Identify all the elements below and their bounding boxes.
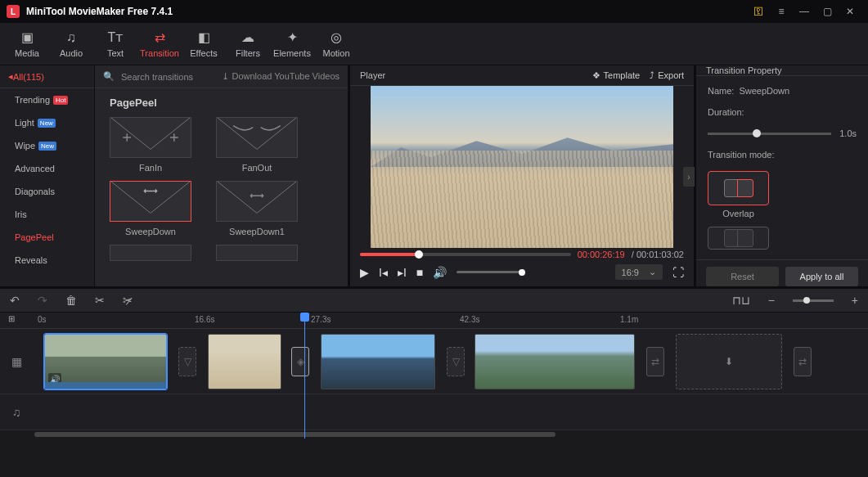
transition-sweepdown[interactable] xyxy=(110,181,191,222)
category-sidebar: ◂ All(115) TrendingHot LightNew WipeNew … xyxy=(0,65,95,286)
app-title: MiniTool MovieMaker Free 7.4.1 xyxy=(26,6,173,17)
video-track-icon[interactable]: ▦ xyxy=(0,355,33,368)
cat-diagonals[interactable]: Diagonals xyxy=(0,180,94,203)
clip-3[interactable] xyxy=(321,334,435,389)
timeline: ⊞ 0s 16.6s 27.3s 42.3s 1.1m ▦ 🔊 ▽ ◈ ▽ xyxy=(0,313,868,439)
category-all[interactable]: ◂ All(115) xyxy=(0,65,94,88)
timeline-scrollbar[interactable] xyxy=(0,430,868,439)
template-icon: ❖ xyxy=(592,70,600,81)
nav-text[interactable]: TᴛText xyxy=(93,25,137,64)
mode-other[interactable] xyxy=(708,227,769,250)
text-icon: Tᴛ xyxy=(108,29,124,45)
nav-elements[interactable]: ✦Elements xyxy=(270,25,314,64)
transition-slot-3[interactable]: ▽ xyxy=(447,347,465,376)
hot-badge: Hot xyxy=(53,96,68,105)
transition-slot-1[interactable]: ▽ xyxy=(178,347,196,376)
duration-slider[interactable] xyxy=(708,133,831,135)
nav-effects[interactable]: ◧Effects xyxy=(182,25,226,64)
next-button[interactable]: ▸I xyxy=(398,266,407,279)
reset-button[interactable]: Reset xyxy=(706,267,779,286)
key-icon[interactable]: ⚿ xyxy=(747,0,770,23)
cat-reveals[interactable]: Reveals xyxy=(0,249,94,272)
nav-media[interactable]: ▣Media xyxy=(5,25,49,64)
aspect-ratio-select[interactable]: 16:9⌄ xyxy=(615,264,663,280)
export-button[interactable]: ⤴Export xyxy=(650,70,684,80)
progress-slider[interactable] xyxy=(360,253,571,256)
expand-right-icon[interactable]: › xyxy=(683,167,695,187)
elements-icon: ✦ xyxy=(287,29,298,45)
mode-overlap[interactable] xyxy=(708,171,769,205)
video-frame[interactable] xyxy=(371,86,673,248)
transition-slot-5[interactable]: ⇄ xyxy=(794,347,812,376)
download-link[interactable]: ⤓ Download YouTube Videos xyxy=(222,71,340,82)
cat-pagepeel[interactable]: PagePeel xyxy=(0,226,94,249)
nav-transition[interactable]: ⇄Transition xyxy=(137,25,182,64)
cat-iris[interactable]: Iris xyxy=(0,203,94,226)
cat-trending[interactable]: TrendingHot xyxy=(0,88,94,111)
play-button[interactable]: ▶ xyxy=(360,266,369,279)
delete-button[interactable]: 🗑 xyxy=(65,294,77,307)
volume-slider[interactable] xyxy=(456,271,522,273)
filters-icon: ☁ xyxy=(241,29,254,45)
cat-advanced[interactable]: Advanced xyxy=(0,157,94,180)
transition-extra2[interactable] xyxy=(216,245,298,261)
transition-fanin[interactable] xyxy=(110,117,191,158)
apply-all-button[interactable]: Apply to all xyxy=(785,267,858,286)
playhead[interactable] xyxy=(304,313,305,439)
stop-button[interactable]: ■ xyxy=(416,266,423,279)
zoom-in-button[interactable]: + xyxy=(852,294,858,307)
fullscreen-button[interactable]: ⛶ xyxy=(672,266,684,279)
time-current: 00:00:26:19 xyxy=(578,250,625,259)
nav-filters[interactable]: ☁Filters xyxy=(226,25,270,64)
transition-slot-4[interactable]: ⇄ xyxy=(646,347,664,376)
prev-button[interactable]: I◂ xyxy=(379,266,388,279)
export-icon: ⤴ xyxy=(650,70,654,80)
cat-wipe[interactable]: WipeNew xyxy=(0,134,94,157)
transition-fanout[interactable] xyxy=(216,117,298,158)
redo-button[interactable]: ↷ xyxy=(38,294,47,307)
template-button[interactable]: ❖Template xyxy=(592,70,641,81)
duration-value: 1.0s xyxy=(839,128,857,138)
volume-icon[interactable]: 🔊 xyxy=(433,266,447,279)
zoom-slider[interactable] xyxy=(793,299,834,302)
clip-4[interactable] xyxy=(474,334,635,389)
main-nav: ▣Media ♫Audio TᴛText ⇄Transition ◧Effect… xyxy=(0,23,868,65)
download-icon: ⤓ xyxy=(222,71,229,81)
split-button[interactable]: ✂ xyxy=(95,294,105,307)
mode-overlap-label: Overlap xyxy=(708,209,769,218)
add-track-button[interactable]: ⊞ xyxy=(8,314,21,327)
audio-track-icon[interactable]: ♫ xyxy=(0,406,33,419)
clip-1[interactable]: 🔊 xyxy=(44,334,167,389)
motion-icon: ◎ xyxy=(331,29,342,45)
property-title: Transition Property xyxy=(696,65,868,76)
search-input[interactable]: Search transitions xyxy=(121,72,215,82)
section-title: PagePeel xyxy=(95,88,348,112)
zoom-out-button[interactable]: − xyxy=(768,294,775,307)
crop-button[interactable]: ✂̷ xyxy=(123,294,133,307)
cat-light[interactable]: LightNew xyxy=(0,111,94,134)
transition-slot-2[interactable]: ◈ xyxy=(291,347,309,376)
transition-extra1[interactable] xyxy=(110,245,191,261)
duration-label: Duration: xyxy=(708,107,744,117)
add-clip-slot[interactable]: ⬇ xyxy=(676,334,782,389)
menu-icon[interactable]: ≡ xyxy=(770,0,793,23)
search-icon: 🔍 xyxy=(103,71,115,82)
mode-label: Transition mode: xyxy=(708,150,775,160)
undo-button[interactable]: ↶ xyxy=(10,294,20,307)
timeline-ruler[interactable]: ⊞ 0s 16.6s 27.3s 42.3s 1.1m xyxy=(0,313,868,329)
close-button[interactable]: ✕ xyxy=(839,0,861,23)
clip-2[interactable] xyxy=(208,334,281,389)
transition-icon: ⇄ xyxy=(155,29,165,45)
effects-icon: ◧ xyxy=(198,29,210,45)
name-value: SweepDown xyxy=(739,86,789,96)
transition-sweepdown1[interactable] xyxy=(216,181,298,222)
nav-motion[interactable]: ◎Motion xyxy=(314,25,358,64)
name-label: Name: xyxy=(708,86,734,96)
maximize-button[interactable]: ▢ xyxy=(816,0,839,23)
player-title: Player xyxy=(360,70,385,80)
music-icon: ♫ xyxy=(66,30,76,45)
app-logo: L xyxy=(7,5,20,18)
magnet-icon[interactable]: ⊓⊔ xyxy=(732,294,750,307)
nav-audio[interactable]: ♫Audio xyxy=(49,25,93,64)
minimize-button[interactable]: — xyxy=(793,0,816,23)
